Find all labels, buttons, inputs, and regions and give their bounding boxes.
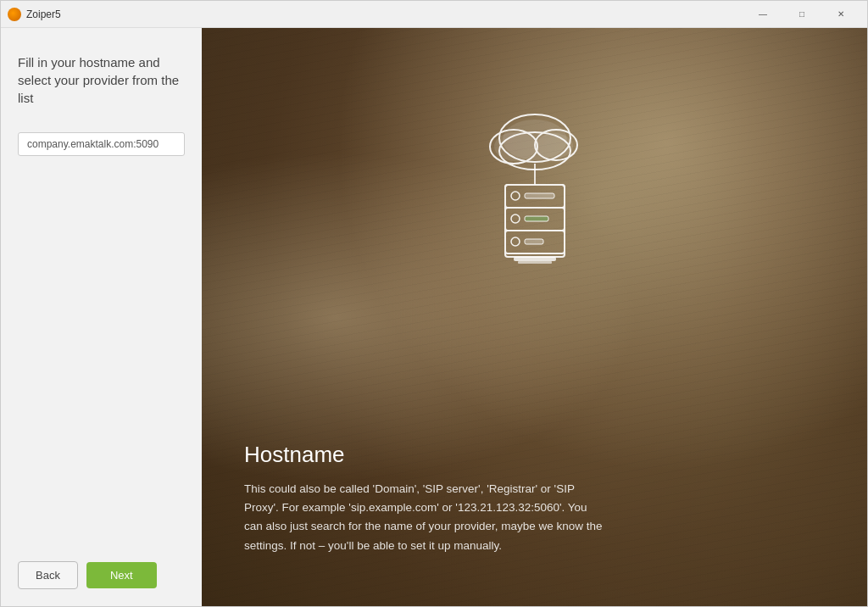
app-window: Zoiper5 — □ ✕ Fill in your hostname and … [0,0,868,607]
panel-description: Fill in your hostname and select your pr… [18,53,185,107]
minimize-button[interactable]: — [743,1,782,28]
spacer [18,156,185,561]
next-button[interactable]: Next [86,562,157,588]
back-button[interactable]: Back [18,561,78,589]
window-controls: — □ ✕ [743,1,860,28]
button-row: Back Next [18,561,185,589]
close-button[interactable]: ✕ [821,1,860,28]
maximize-button[interactable]: □ [782,1,821,28]
right-content: Hostname This could also be called 'Doma… [202,28,867,606]
app-icon [8,8,21,21]
hostname-input[interactable] [18,132,185,156]
main-content: Fill in your hostname and select your pr… [1,28,867,606]
titlebar: Zoiper5 — □ ✕ [1,1,867,28]
left-panel: Fill in your hostname and select your pr… [1,28,202,606]
section-description: This could also be called 'Domain', 'SIP… [244,480,609,555]
app-title: Zoiper5 [26,8,743,20]
right-panel: Hostname This could also be called 'Doma… [202,28,867,606]
section-title: Hostname [244,442,345,468]
